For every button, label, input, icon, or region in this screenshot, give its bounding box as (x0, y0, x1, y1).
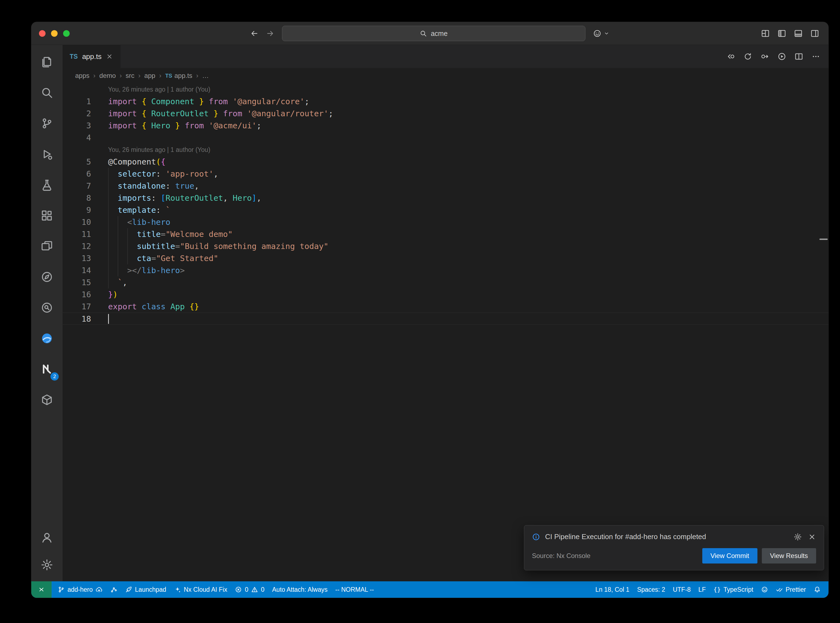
breadcrumb-item-demo[interactable]: demo (99, 72, 116, 80)
code-row[interactable]: 3import { Hero } from '@acme/ui'; (63, 120, 828, 132)
code-line[interactable]: <lib-hero (108, 216, 170, 228)
toast-settings-icon[interactable] (794, 533, 802, 541)
eol-sequence[interactable]: LF (695, 581, 710, 598)
vim-mode[interactable]: -- NORMAL -- (332, 581, 378, 598)
notification-toast[interactable]: CI Pipeline Execution for #add-hero has … (524, 525, 824, 570)
code-line[interactable]: }) (108, 288, 118, 301)
activity-item-extensions[interactable] (31, 200, 63, 231)
run-file-button[interactable] (777, 52, 786, 61)
code-row[interactable]: 18 (63, 313, 828, 325)
code-row[interactable]: 5@Component({ (63, 156, 828, 168)
code-line[interactable]: import { RouterOutlet } from '@angular/r… (108, 107, 333, 120)
code-row[interactable]: 8 imports: [RouterOutlet, Hero], (63, 192, 828, 204)
activity-item-source-control[interactable] (31, 108, 63, 139)
toggle-secondary-sidebar-button[interactable] (810, 29, 819, 38)
cursor-position[interactable]: Ln 18, Col 1 (591, 581, 633, 598)
code-line[interactable]: @Component({ (108, 156, 166, 168)
toggle-primary-sidebar-button[interactable] (777, 29, 786, 38)
refresh-button[interactable] (743, 52, 752, 61)
toggle-panel-button[interactable] (794, 29, 803, 38)
activity-item-nx-console[interactable]: 2 (31, 354, 63, 384)
code-line[interactable]: export class App {} (108, 301, 199, 313)
launchpad-status[interactable]: Launchpad (121, 581, 170, 598)
code-line[interactable]: cta="Get Started" (108, 252, 218, 264)
toast-close-icon[interactable] (808, 533, 816, 541)
tab-bar[interactable]: TS app.ts (63, 45, 828, 68)
code-row[interactable]: 13 cta="Get Started" (63, 252, 828, 264)
code-row[interactable]: 6 selector: 'app-root', (63, 168, 828, 180)
breadcrumb-item-app[interactable]: app (144, 72, 155, 80)
code-line[interactable]: template: ` (108, 204, 170, 216)
code-line[interactable]: `, (108, 276, 127, 288)
more-actions-button[interactable] (811, 52, 820, 61)
problems-status[interactable]: 00 (231, 581, 268, 598)
view-commit-button[interactable]: View Commit (702, 548, 757, 563)
notifications-bell[interactable] (810, 581, 825, 598)
activity-item-gitlens[interactable] (31, 262, 63, 292)
code-row[interactable]: 1import { Component } from '@angular/cor… (63, 95, 828, 107)
code-line[interactable]: title="Welcmoe demo" (108, 228, 233, 240)
activity-item-settings[interactable] (31, 551, 63, 578)
code-row[interactable]: 9 template: ` (63, 204, 828, 216)
git-branch-status[interactable]: add-hero (54, 581, 106, 598)
code-row[interactable]: 2import { RouterOutlet } from '@angular/… (63, 107, 828, 120)
breadcrumb-item-app-ts[interactable]: TSapp.ts (165, 72, 192, 80)
copilot-menu[interactable] (593, 29, 610, 38)
breadcrumb-item-src[interactable]: src (126, 72, 134, 80)
open-changes-button[interactable] (726, 52, 735, 61)
editor-code-area[interactable]: You, 26 minutes ago | 1 author (You)1imp… (63, 83, 828, 581)
activity-item-remote-explorer[interactable] (31, 231, 63, 262)
activity-item-gitlens-inspect[interactable] (31, 292, 63, 323)
encoding[interactable]: UTF-8 (669, 581, 695, 598)
command-center-search[interactable]: acme (282, 26, 585, 41)
activity-bar[interactable]: 2 (31, 45, 63, 581)
code-line[interactable]: ></lib-hero> (108, 264, 184, 276)
activity-item-testing[interactable] (31, 169, 63, 200)
forward-button[interactable] (266, 29, 274, 38)
code-line[interactable]: standalone: true, (108, 180, 199, 192)
activity-item-run-and-debug[interactable] (31, 139, 63, 169)
activity-item-containers[interactable] (31, 384, 63, 415)
code-line[interactable]: selector: 'app-root', (108, 168, 218, 180)
back-button[interactable] (250, 29, 258, 38)
activity-item-explorer[interactable] (31, 47, 63, 77)
breadcrumb-item-apps[interactable]: apps (75, 72, 89, 80)
activity-item-azure[interactable] (31, 323, 63, 354)
code-row[interactable]: 15 `, (63, 276, 828, 288)
code-row[interactable]: 11 title="Welcmoe demo" (63, 228, 828, 240)
status-bar[interactable]: add-heroLaunchpadNx Cloud AI Fix00Auto A… (31, 581, 828, 598)
close-tab-icon[interactable] (106, 53, 113, 60)
close-window-button[interactable] (39, 30, 46, 37)
activity-item-search[interactable] (31, 77, 63, 108)
minimize-window-button[interactable] (51, 30, 58, 37)
remote-indicator[interactable] (31, 581, 52, 598)
code-row[interactable]: 17export class App {} (63, 301, 828, 313)
customize-layout-button[interactable] (761, 29, 770, 38)
view-results-button[interactable]: View Results (762, 548, 816, 563)
code-row[interactable]: 7 standalone: true, (63, 180, 828, 192)
code-row[interactable]: 12 subtitle="Build something amazing tod… (63, 240, 828, 252)
open-changes-next-button[interactable] (760, 52, 769, 61)
commit-graph-status[interactable] (106, 581, 121, 598)
code-row[interactable]: 4 (63, 132, 828, 144)
code-line[interactable]: import { Component } from '@angular/core… (108, 95, 309, 107)
code-row[interactable]: 14 ></lib-hero> (63, 264, 828, 276)
nx-cloud-ai-fix[interactable]: Nx Cloud AI Fix (170, 581, 231, 598)
feedback-smiley[interactable] (757, 581, 772, 598)
code-line[interactable]: subtitle="Build something amazing today" (108, 240, 329, 252)
code-row[interactable]: 10 <lib-hero (63, 216, 828, 228)
language-mode[interactable]: {}TypeScript (710, 581, 757, 598)
prettier-status[interactable]: Prettier (772, 581, 810, 598)
indentation[interactable]: Spaces: 2 (633, 581, 669, 598)
activity-item-accounts[interactable] (31, 524, 63, 551)
breadcrumb-item-symbols[interactable]: … (202, 72, 209, 80)
code-line[interactable]: import { Hero } from '@acme/ui'; (108, 120, 261, 132)
split-editor-button[interactable] (794, 52, 803, 61)
code-line[interactable]: imports: [RouterOutlet, Hero], (108, 192, 261, 204)
tab-app-ts[interactable]: TS app.ts (63, 45, 120, 68)
code-row[interactable]: 16}) (63, 288, 828, 301)
title-bar[interactable]: acme (31, 22, 828, 45)
auto-attach[interactable]: Auto Attach: Always (268, 581, 332, 598)
zoom-window-button[interactable] (63, 30, 70, 37)
breadcrumb[interactable]: apps›demo›src›app›TSapp.ts›… (63, 68, 828, 83)
